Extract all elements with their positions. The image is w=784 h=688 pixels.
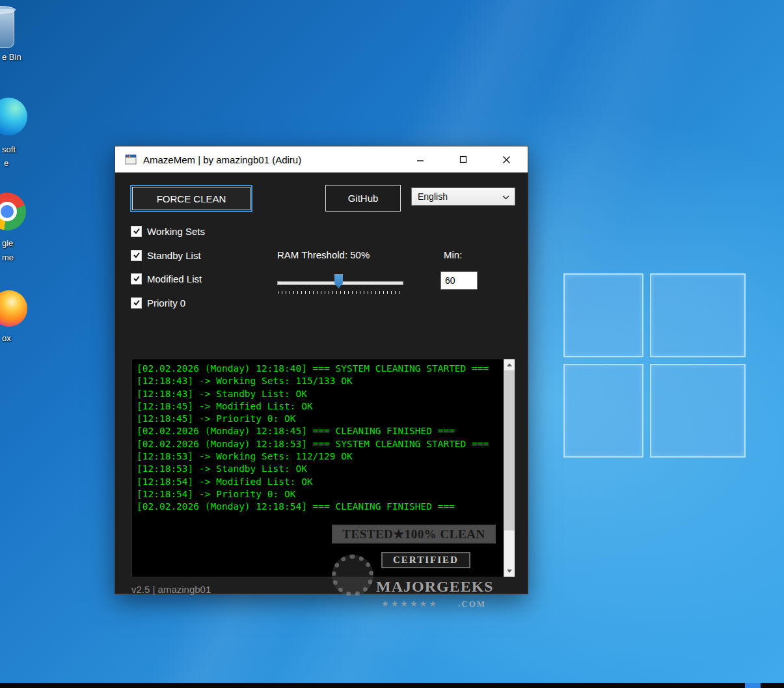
ram-threshold-slider[interactable] xyxy=(277,270,403,296)
log-line: [02.02.2026 (Monday) 12:18:40] === SYSTE… xyxy=(137,363,504,375)
slider-ticks xyxy=(278,291,403,294)
log-line: [02.02.2026 (Monday) 12:18:53] === SYSTE… xyxy=(137,438,504,450)
check-icon xyxy=(133,299,141,307)
recycle-bin-label[interactable]: e Bin xyxy=(2,52,21,62)
option-row-modified-list: Modified List xyxy=(131,273,202,284)
check-icon xyxy=(133,251,141,259)
edge-browser-icon[interactable] xyxy=(0,98,27,135)
chrome-label-line1[interactable]: gle xyxy=(2,238,13,248)
arrow-up-icon xyxy=(507,363,512,366)
windows-logo-pane xyxy=(563,273,643,357)
version-text: v2.5 | amazingb01 xyxy=(131,584,211,595)
scrollbar-thumb[interactable] xyxy=(504,370,515,530)
watermark-brand-text: MAJORGEEKS xyxy=(376,578,494,596)
taskbar-edge-accent xyxy=(745,683,761,688)
check-icon xyxy=(133,227,141,235)
chrome-label-line2[interactable]: me xyxy=(2,253,14,262)
min-label: Min: xyxy=(444,249,462,260)
firefox-label[interactable]: ox xyxy=(2,333,11,343)
ram-threshold-label: RAM Threshold: 50% xyxy=(277,249,370,260)
log-line: [12:18:53] -> Working Sets: 112/129 OK xyxy=(137,450,504,463)
checkbox-label-working-sets: Working Sets xyxy=(147,226,205,237)
edge-label-line2[interactable]: e xyxy=(4,158,8,168)
check-icon xyxy=(133,275,141,282)
log-line: [12:18:53] -> Standby List: OK xyxy=(137,463,504,475)
checkbox-label-priority-0: Priority 0 xyxy=(147,297,185,309)
maximize-button[interactable] xyxy=(442,146,485,172)
minimize-button[interactable] xyxy=(399,146,442,172)
amazemem-window: AmazeMem | by amazingb01 (Adiru) FORCE C… xyxy=(115,146,528,594)
checkbox-modified-list[interactable] xyxy=(131,273,142,284)
log-line: [02.02.2026 (Monday) 12:18:54] === CLEAN… xyxy=(137,501,504,513)
log-line: [12:18:43] -> Working Sets: 115/133 OK xyxy=(137,375,504,387)
checkbox-working-sets[interactable] xyxy=(131,226,142,237)
language-select[interactable]: English xyxy=(411,187,515,206)
chrome-browser-icon[interactable] xyxy=(0,193,26,230)
taskbar-edge xyxy=(0,683,784,688)
window-title: AmazeMem | by amazingb01 (Adiru) xyxy=(143,154,301,165)
force-clean-button[interactable]: FORCE CLEAN xyxy=(132,187,250,210)
window-content: FORCE CLEAN GitHub English Working Sets … xyxy=(115,172,528,594)
app-icon xyxy=(125,154,137,165)
firefox-browser-icon[interactable] xyxy=(0,290,27,327)
checkbox-label-modified-list: Modified List xyxy=(147,273,202,284)
minimize-icon xyxy=(416,156,424,163)
scroll-down-button[interactable] xyxy=(504,566,515,577)
windows-logo xyxy=(563,273,753,462)
log-line: [12:18:54] -> Modified List: OK xyxy=(137,476,504,488)
maximize-icon xyxy=(459,156,467,163)
log-line: [02.02.2026 (Monday) 12:18:45] === CLEAN… xyxy=(137,425,504,437)
log-line: [12:18:54] -> Priority 0: OK xyxy=(137,488,504,501)
windows-logo-pane xyxy=(563,364,643,458)
language-selected-value: English xyxy=(418,191,448,202)
windows-logo-pane xyxy=(650,273,746,357)
option-row-standby-list: Standby List xyxy=(131,249,201,261)
log-line: [12:18:43] -> Standby List: OK xyxy=(137,388,504,400)
console-scrollbar[interactable] xyxy=(504,359,515,577)
option-row-priority-0: Priority 0 xyxy=(131,297,185,309)
titlebar[interactable]: AmazeMem | by amazingb01 (Adiru) xyxy=(115,146,528,172)
window-controls xyxy=(399,146,528,172)
log-line: [12:18:45] -> Priority 0: OK xyxy=(137,413,504,425)
log-text: [02.02.2026 (Monday) 12:18:40] === SYSTE… xyxy=(132,359,504,577)
log-console: [02.02.2026 (Monday) 12:18:40] === SYSTE… xyxy=(131,359,515,577)
checkbox-priority-0[interactable] xyxy=(131,297,142,309)
edge-label-line1[interactable]: soft xyxy=(2,144,16,154)
chevron-down-icon xyxy=(502,195,509,200)
option-row-working-sets: Working Sets xyxy=(131,225,205,237)
slider-thumb[interactable] xyxy=(334,274,343,288)
log-line: [12:18:45] -> Modified List: OK xyxy=(137,400,504,413)
close-button[interactable] xyxy=(485,146,528,172)
min-input[interactable] xyxy=(440,271,478,290)
checkbox-label-standby-list: Standby List xyxy=(147,250,201,261)
scroll-up-button[interactable] xyxy=(504,359,515,370)
windows-logo-pane xyxy=(650,364,746,458)
arrow-down-icon xyxy=(507,570,512,573)
recycle-bin-icon[interactable] xyxy=(0,9,14,48)
github-button[interactable]: GitHub xyxy=(325,185,401,212)
close-icon xyxy=(502,156,511,164)
checkbox-standby-list[interactable] xyxy=(131,250,142,261)
